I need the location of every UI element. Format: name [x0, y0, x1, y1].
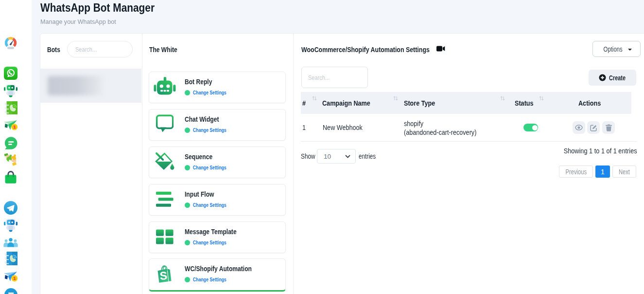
svg-text:S: S	[159, 269, 168, 282]
svg-text:1: 1	[13, 276, 16, 281]
svg-text:1: 1	[13, 124, 16, 129]
